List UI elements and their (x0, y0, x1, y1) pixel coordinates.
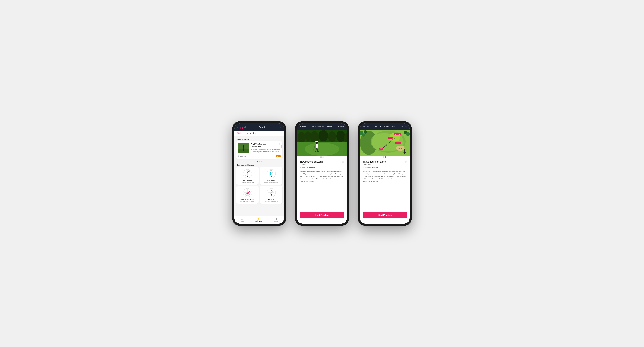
clock-icon: ⏱ (238, 155, 239, 157)
phone3-timer-icon: ⏱ (362, 167, 364, 168)
favourite-star[interactable]: ☆ (278, 143, 280, 145)
drill-description: Create an imaginary fairway using trees … (251, 148, 280, 153)
image-dots (297, 156, 347, 158)
activities-icon: ⚡ (256, 217, 260, 221)
nav-capture[interactable]: ⊕ Capture (273, 217, 278, 222)
phone3-star-icon[interactable]: ☆ (405, 160, 407, 163)
nav-activities[interactable]: ⚡ Activities (255, 217, 262, 222)
svg-point-35 (246, 195, 247, 196)
shots-count: ⏱ 10 shots (238, 155, 246, 157)
shots-display: ⏱ 20 shots (300, 167, 308, 168)
most-popular-label: Most Popular (234, 136, 284, 141)
screen-title: 6ft Conversion Zone (312, 126, 332, 128)
tab-favourites[interactable]: Favourites (246, 131, 256, 136)
home-indicator (316, 222, 328, 222)
drill-card-image (238, 143, 249, 153)
phone3-img-dot-2 (385, 156, 386, 158)
drill-title: 6ft Conversion Zone (300, 160, 323, 163)
bottom-nav: ⌂ Home ⚡ Activities ⊕ Capture (234, 216, 284, 224)
timer-icon: ⏱ (300, 167, 302, 168)
skill-name-ott: Off The Tee (243, 179, 252, 181)
svg-point-64 (317, 151, 319, 152)
nav-capture-label: Capture (273, 221, 278, 222)
phone3-title-group: 6ft Conversion Zone 10-50 yds (362, 160, 386, 166)
svg-point-33 (250, 191, 250, 192)
phone3-detail-header: 6ft Conversion Zone 10-50 yds ☆ (362, 160, 407, 166)
dot-3 (261, 161, 262, 162)
phone-2: < Back 6ft Conversion Zone Cancel (295, 121, 349, 226)
tab-drills[interactable]: Drills (237, 131, 242, 136)
phone3-arg-badge: ARG (372, 167, 377, 168)
img-dot-1 (320, 156, 322, 158)
home-icon: ⌂ (241, 217, 243, 221)
svg-point-43 (270, 194, 272, 196)
phone3-bottom-bar (360, 220, 410, 224)
start-practice-button[interactable]: Start Practice (300, 212, 344, 218)
drill-card-text: Find The Fairway Off The Tee Create an i… (251, 143, 280, 153)
tabs-bar: Drills Favourites (234, 131, 284, 136)
skill-name-approach: Approach (267, 179, 275, 181)
svg-point-14 (247, 176, 248, 177)
phone3-drill-title: 6ft Conversion Zone (362, 160, 386, 163)
phone-1: clippd Practice ≡ Drills Favourites Most… (232, 121, 286, 226)
skill-card-approach[interactable]: Approach Dial-in to hit the green (260, 167, 282, 185)
svg-point-23 (271, 176, 272, 177)
svg-point-34 (248, 195, 248, 196)
phone-2-header: < Back 6ft Conversion Zone Cancel (297, 123, 347, 130)
menu-icon[interactable]: ≡ (280, 126, 282, 129)
phone3-shots-display: ⏱ 20 shots (362, 167, 371, 168)
phone3-drill-description: 20 shots are randomly generated at dista… (362, 170, 407, 182)
skill-card-putting[interactable]: Putting Make and lag practice (260, 186, 282, 204)
clippd-logo: clippd (237, 126, 246, 129)
drill-card-footer: ⏱ 10 shots OTT (238, 154, 280, 157)
svg-point-51 (318, 130, 328, 141)
skill-name-atg: Around The Green (240, 198, 255, 200)
svg-point-87 (404, 149, 406, 151)
phones-container: clippd Practice ≡ Drills Favourites Most… (232, 121, 412, 226)
svg-point-75 (362, 134, 365, 137)
approach-icon (266, 169, 276, 179)
phone3-back-button[interactable]: < Back (362, 126, 369, 128)
svg-line-25 (270, 170, 271, 171)
dot-1 (257, 161, 258, 162)
drill-subtitle: Off The Tee (251, 145, 280, 148)
back-button[interactable]: < Back (300, 126, 306, 128)
phone3-start-practice-button[interactable]: Start Practice (362, 212, 407, 218)
phone-1-header: clippd Practice ≡ (234, 123, 284, 131)
img-dot-2 (322, 156, 324, 158)
putting-icon (266, 188, 276, 198)
detail-header: 6ft Conversion Zone 10-50 yds ☆ (300, 160, 344, 166)
detail-star-icon[interactable]: ☆ (342, 160, 344, 163)
drill-image (297, 130, 347, 156)
dot-2 (259, 161, 260, 162)
phone3-img-dot-1 (383, 156, 384, 158)
svg-point-53 (336, 131, 345, 142)
drill-title: Find The Fairway (251, 143, 280, 145)
phone-3-screen: < Back 6ft Conversion Zone Cancel (360, 123, 410, 224)
drill-range: 10-50 yds (300, 163, 323, 166)
nav-activities-label: Activities (255, 221, 262, 222)
svg-point-74 (364, 130, 367, 134)
phone-2-screen: < Back 6ft Conversion Zone Cancel (297, 123, 347, 224)
svg-text:Hit: Hit (380, 148, 382, 150)
svg-text:Miss: Miss (389, 137, 392, 139)
phone-3: < Back 6ft Conversion Zone Cancel (358, 121, 412, 226)
featured-drill-card[interactable]: Find The Fairway Off The Tee Create an i… (236, 141, 282, 159)
phone3-home-indicator (378, 222, 391, 222)
capture-icon: ⊕ (274, 217, 277, 221)
svg-point-2 (243, 145, 244, 147)
skill-desc-atg: Hone your short game (240, 200, 254, 202)
cancel-button[interactable]: Cancel (338, 126, 344, 128)
drill-meta: ⏱ 20 shots ARG (300, 167, 344, 168)
off-the-tee-icon (242, 169, 252, 179)
around-green-icon (242, 188, 252, 198)
nav-home[interactable]: ⌂ Home (240, 217, 244, 222)
skill-card-around-green[interactable]: Around The Green Hone your short game (236, 186, 258, 204)
skill-card-off-the-tee[interactable]: Off The Tee Power and accuracy (236, 167, 258, 185)
svg-text:SAND: SAND (398, 148, 402, 149)
scroll-indicator (282, 145, 282, 148)
phone3-cancel-button[interactable]: Cancel (401, 126, 407, 128)
svg-line-15 (248, 170, 250, 171)
ott-badge: OTT (276, 155, 280, 157)
arg-badge: ARG (309, 167, 314, 168)
